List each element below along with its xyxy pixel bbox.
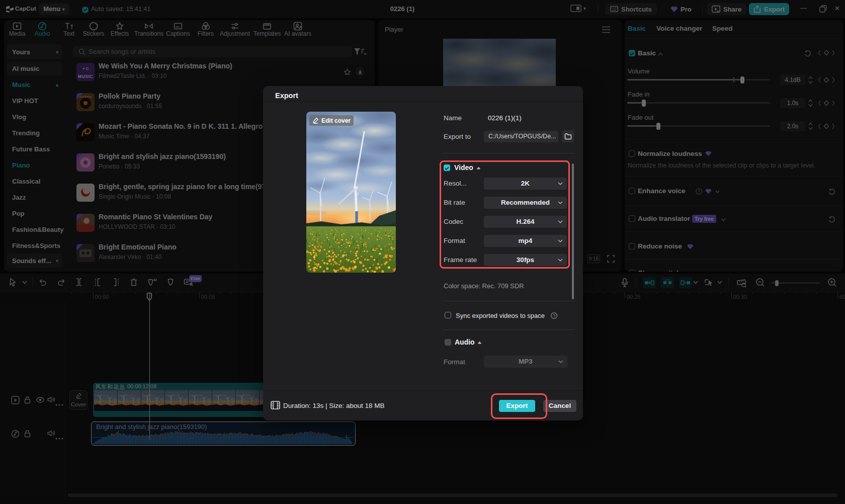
svg-text:?: ?	[553, 313, 555, 318]
